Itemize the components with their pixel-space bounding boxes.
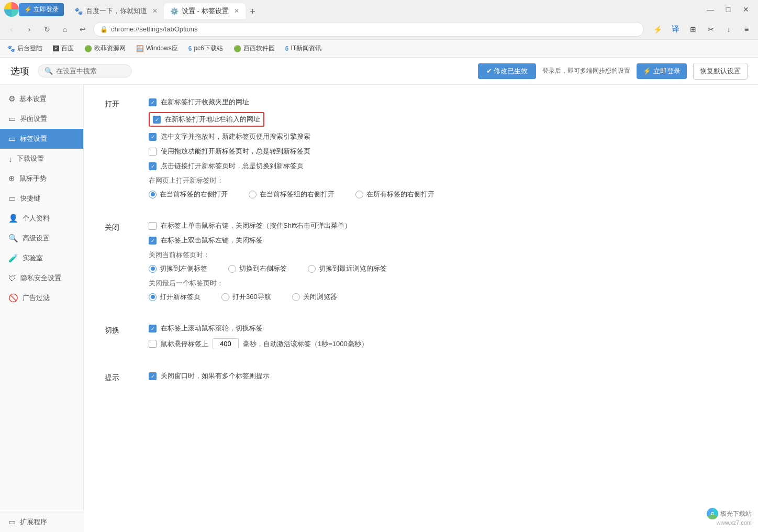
lightning-address-button[interactable]: ⚡ <box>650 22 665 37</box>
sidebar-item-adblock[interactable]: 🚫 广告过滤 <box>0 288 83 308</box>
scissors-button[interactable]: ✂ <box>704 22 718 37</box>
radio-btn-close-last-browser[interactable] <box>292 293 300 301</box>
highlight-box-open2: 在新标签打开地址栏输入的网址 <box>149 112 264 127</box>
radio-close-last-360[interactable]: 打开360导航 <box>221 292 271 302</box>
bookmark-xixi[interactable]: 🟢 西西软件园 <box>230 43 278 54</box>
sidebar-item-lab[interactable]: 🧪 实验室 <box>0 248 83 268</box>
sidebar-label-adblock: 广告过滤 <box>23 293 50 303</box>
radio-text-open-all: 在所有标签的右侧打开 <box>366 190 434 199</box>
sidebar-item-profile[interactable]: 👤 个人资料 <box>0 208 83 228</box>
restore-button[interactable]: 恢复默认设置 <box>693 63 748 80</box>
radio-close-tab: 切换到左侧标签 切换到右侧标签 切换到最近浏览的标签 <box>149 264 737 273</box>
checkbox-open5[interactable] <box>149 162 157 170</box>
radio-close-left[interactable]: 切换到左侧标签 <box>149 264 207 273</box>
radio-close-last-new[interactable]: 打开新标签页 <box>149 292 200 302</box>
sub-label-new-tab: 在网页上打开新标签时： <box>149 176 737 185</box>
radio-open-all[interactable]: 在所有标签的右侧打开 <box>355 190 434 199</box>
forward-button[interactable]: › <box>22 22 37 37</box>
sidebar-item-basic[interactable]: ⚙ 基本设置 <box>0 89 83 109</box>
checkbox-open3[interactable] <box>149 133 157 141</box>
back-button[interactable]: ‹ <box>4 22 19 37</box>
radio-close-last-browser[interactable]: 关闭浏览器 <box>292 292 337 302</box>
section-label-switch: 切换 <box>105 324 136 335</box>
radio-btn-open-current[interactable] <box>149 191 157 198</box>
bookmark-windows[interactable]: 🪟 Windows应 <box>133 43 181 54</box>
bookmark-it[interactable]: 6 IT新闻资讯 <box>282 43 325 54</box>
sidebar-item-mouse[interactable]: ⊕ 鼠标手势 <box>0 169 83 189</box>
option-open5: 点击链接打开新标签页时，总是切换到新标签页 <box>149 161 737 171</box>
url-text: chrome://settings/tabOptions <box>111 25 637 33</box>
checkbox-open1[interactable] <box>149 98 157 106</box>
radio-close-recent[interactable]: 切换到最近浏览的标签 <box>308 264 387 273</box>
option-text-switch1: 在标签上滚动鼠标滚轮，切换标签 <box>161 324 263 333</box>
sidebar-item-extensions[interactable]: ▭ 扩展程序 <box>0 512 84 532</box>
section-content-hint: 关闭窗口时，如果有多个标签则提示 <box>149 371 737 386</box>
section-switch: 切换 在标签上滚动鼠标滚轮，切换标签 鼠标悬停标签上 毫秒，自动激活该标签（1秒… <box>105 324 737 354</box>
option-close2: 在标签上双击鼠标左键，关闭标签 <box>149 236 737 245</box>
restore-history-button[interactable]: ↩ <box>75 22 90 37</box>
search-box[interactable]: 🔍 <box>38 64 132 77</box>
radio-btn-close-right[interactable] <box>228 265 236 273</box>
bookmark-oufe[interactable]: 🟢 欧菲资源网 <box>81 43 129 54</box>
radio-btn-open-all[interactable] <box>355 191 363 198</box>
radio-btn-close-last-360[interactable] <box>221 293 229 301</box>
new-tab-button[interactable]: + <box>246 4 260 19</box>
content-area: 打开 在新标签打开收藏夹里的网址 在新标签打开地址栏输入的网址 <box>84 85 758 532</box>
radio-btn-close-recent[interactable] <box>308 265 316 273</box>
checkbox-switch1[interactable] <box>149 325 157 332</box>
adblock-icon: 🚫 <box>8 293 18 303</box>
watermark-url: www.xz7.com <box>717 519 752 526</box>
option-text-open3: 选中文字并拖放时，新建标签页便用搜索引擎搜索 <box>161 132 310 141</box>
checkbox-open2[interactable] <box>153 116 161 124</box>
main-container: 选项 🔍 ✔ 修改已生效 登录后，即可多端同步您的设置 ⚡ 立即登录 恢复默认设… <box>0 58 758 532</box>
radio-btn-close-last-new[interactable] <box>149 293 157 301</box>
mouse-icon: ⊕ <box>8 174 15 183</box>
download-button[interactable]: ↓ <box>721 22 736 37</box>
bookmark-baidu[interactable]: 🅱 百度 <box>50 43 77 54</box>
refresh-button[interactable]: ↻ <box>40 22 54 37</box>
sidebar-item-privacy[interactable]: 🛡 隐私安全设置 <box>0 268 83 288</box>
option-open2-wrapper: 在新标签打开地址栏输入的网址 <box>149 112 737 127</box>
sidebar-item-advanced[interactable]: 🔍 高级设置 <box>0 228 83 248</box>
sidebar-item-download[interactable]: ↓ 下载设置 <box>0 149 83 169</box>
sidebar-item-ui[interactable]: ▭ 界面设置 <box>0 109 83 129</box>
checkbox-open4[interactable] <box>149 148 157 156</box>
translate-button[interactable]: 译 <box>668 22 683 37</box>
radio-open-group[interactable]: 在当前标签组的右侧打开 <box>249 190 335 199</box>
menu-button[interactable]: ≡ <box>739 22 754 37</box>
switch-delay-input[interactable] <box>213 338 239 349</box>
radio-close-right[interactable]: 切换到右侧标签 <box>228 264 287 273</box>
tab-settings[interactable]: ⚙️ 设置 - 标签设置 ✕ <box>164 3 246 19</box>
sidebar-item-shortcut[interactable]: ▭ 快捷键 <box>0 189 83 208</box>
tab-close-baidu[interactable]: ✕ <box>152 7 158 15</box>
sidebar-label-advanced: 高级设置 <box>23 234 50 243</box>
radio-btn-close-left[interactable] <box>149 265 157 273</box>
search-input[interactable] <box>56 67 125 75</box>
checkbox-close1[interactable] <box>149 222 157 230</box>
watermark: G 极光下载站 www.xz7.com <box>707 508 752 526</box>
radio-btn-open-group[interactable] <box>249 191 257 198</box>
sidebar-item-tab[interactable]: ▭ 标签设置 <box>0 129 83 149</box>
windows-button[interactable]: ⊞ <box>686 22 700 37</box>
minimize-button[interactable]: — <box>703 3 718 16</box>
sidebar-label-tab: 标签设置 <box>20 134 47 143</box>
save-button[interactable]: ✔ 修改已生效 <box>478 63 537 79</box>
login-button[interactable]: ⚡ 立即登录 <box>637 63 687 79</box>
checkbox-switch2[interactable] <box>149 340 157 348</box>
tab-close-settings[interactable]: ✕ <box>234 7 239 15</box>
sidebar-label-privacy: 隐私安全设置 <box>20 273 61 283</box>
title-login-button[interactable]: ⚡ 立即登录 <box>19 3 64 16</box>
checkbox-close2[interactable] <box>149 237 157 245</box>
bookmark-backend[interactable]: 🐾 后台登陆 <box>4 43 46 54</box>
radio-open-current[interactable]: 在当前标签的右侧打开 <box>149 190 228 199</box>
tab-baidu[interactable]: 🐾 百度一下，你就知道 ✕ <box>68 3 164 19</box>
bookmark-pc6[interactable]: 6 pc6下载站 <box>185 43 226 54</box>
option-text-hint1: 关闭窗口时，如果有多个标签则提示 <box>161 371 270 381</box>
url-bar[interactable]: 🔒 chrome://settings/tabOptions <box>93 22 644 37</box>
search-icon: 🔍 <box>44 67 53 75</box>
close-button[interactable]: ✕ <box>738 3 754 16</box>
home-button[interactable]: ⌂ <box>58 22 72 37</box>
checkbox-hint1[interactable] <box>149 372 157 380</box>
maximize-button[interactable]: □ <box>720 3 736 16</box>
bookmark-label-it: IT新闻资讯 <box>291 44 321 53</box>
